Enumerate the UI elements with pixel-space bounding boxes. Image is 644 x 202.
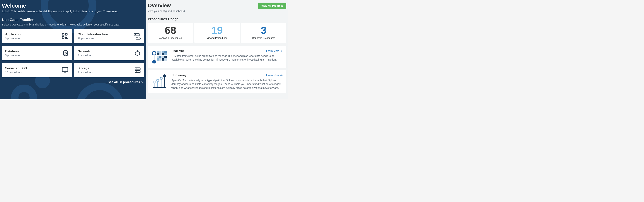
svg-rect-26 xyxy=(164,50,167,53)
svg-rect-30 xyxy=(164,53,167,56)
overview-panel: Overview View My Progress View your conf… xyxy=(146,0,288,99)
card-network[interactable]: Network 8 procedures xyxy=(74,46,144,60)
use-case-families-title: Use Case Families xyxy=(2,18,144,22)
svg-rect-32 xyxy=(159,56,162,58)
card-procedures: 8 procedures xyxy=(78,54,93,57)
card-title: Cloud Infrastructure xyxy=(78,32,108,36)
stat-viewed[interactable]: 19 Viewed Procedures xyxy=(194,23,240,43)
learn-more-label: Learn More xyxy=(266,74,279,77)
stat-label: Viewed Procedures xyxy=(196,36,238,39)
it-journey-icon xyxy=(152,74,167,89)
svg-point-41 xyxy=(152,60,156,63)
welcome-title: Welcome xyxy=(2,2,144,9)
svg-point-22 xyxy=(136,71,136,72)
svg-rect-18 xyxy=(66,70,66,71)
card-procedures: 28 procedures xyxy=(78,37,108,40)
welcome-panel: Welcome Splunk IT Essentials Learn enabl… xyxy=(0,0,146,99)
card-title: Database xyxy=(5,50,20,53)
card-database[interactable]: Database 5 procedures xyxy=(2,46,72,60)
storage-icon xyxy=(134,67,141,73)
card-application[interactable]: Application 3 procedures xyxy=(2,29,72,44)
svg-rect-16 xyxy=(64,69,64,71)
heat-map-card[interactable]: Heat Map Learn More IT Matrix framework … xyxy=(148,46,286,68)
svg-rect-34 xyxy=(164,56,167,58)
svg-rect-3 xyxy=(66,36,66,39)
svg-point-44 xyxy=(153,81,156,83)
svg-rect-35 xyxy=(157,58,159,60)
cloud-icon xyxy=(134,33,141,40)
svg-rect-0 xyxy=(62,34,64,35)
svg-rect-27 xyxy=(157,53,159,56)
app-root: Welcome Splunk IT Essentials Learn enabl… xyxy=(0,0,288,99)
svg-rect-17 xyxy=(65,69,65,71)
heat-map-learn-more-link[interactable]: Learn More xyxy=(266,50,283,52)
overview-subtitle: View your configured dashboard. xyxy=(148,10,286,12)
svg-rect-25 xyxy=(162,50,164,53)
decorative-circle xyxy=(11,84,37,99)
svg-rect-31 xyxy=(157,56,159,58)
card-cloud-infrastructure[interactable]: Cloud Infrastructure 28 procedures xyxy=(74,29,144,44)
svg-point-46 xyxy=(157,79,159,82)
welcome-subtitle: Splunk IT Essentials Learn enables visib… xyxy=(2,10,144,13)
chevron-right-icon xyxy=(141,81,143,84)
svg-rect-24 xyxy=(159,50,162,53)
svg-point-21 xyxy=(136,68,136,69)
svg-rect-33 xyxy=(162,56,164,58)
stat-value: 68 xyxy=(150,25,192,36)
svg-rect-2 xyxy=(62,36,64,38)
svg-point-50 xyxy=(163,75,166,77)
stat-value: 19 xyxy=(196,25,238,36)
svg-rect-5 xyxy=(67,38,68,39)
decorative-circle xyxy=(76,83,124,99)
svg-rect-23 xyxy=(157,50,159,53)
arrow-right-icon xyxy=(280,74,283,76)
card-title: Server and OS xyxy=(5,66,27,70)
svg-point-39 xyxy=(152,51,156,55)
learn-more-label: Learn More xyxy=(266,50,279,52)
stat-deployed[interactable]: 3 Deployed Procedures xyxy=(241,23,286,43)
it-journey-learn-more-link[interactable]: Learn More xyxy=(266,74,283,77)
svg-rect-37 xyxy=(162,58,164,60)
heat-map-title: Heat Map xyxy=(172,49,184,52)
svg-point-11 xyxy=(135,54,136,55)
it-journey-card[interactable]: IT Journey Learn More Splunk's IT expert… xyxy=(148,70,286,93)
card-storage[interactable]: Storage 4 procedures xyxy=(74,63,144,77)
stat-label: Deployed Procedures xyxy=(243,36,284,39)
svg-point-48 xyxy=(160,77,162,79)
it-journey-description: Splunk's IT experts analyzed a typical p… xyxy=(172,78,283,90)
svg-rect-29 xyxy=(162,53,164,56)
stats-row: 68 Available Procedures 19 Viewed Proced… xyxy=(148,23,286,43)
card-procedures: 3 procedures xyxy=(5,37,22,40)
it-journey-title: IT Journey xyxy=(172,74,186,77)
network-icon xyxy=(134,50,141,56)
overview-title: Overview xyxy=(148,2,171,8)
svg-point-12 xyxy=(139,54,140,55)
svg-rect-28 xyxy=(159,53,162,56)
monitor-icon xyxy=(62,67,68,73)
svg-rect-38 xyxy=(164,58,167,60)
card-server-os[interactable]: Server and OS 20 procedures xyxy=(2,63,72,77)
card-title: Storage xyxy=(78,66,93,70)
heat-map-icon xyxy=(152,49,167,64)
card-procedures: 20 procedures xyxy=(5,71,27,74)
see-all-label: See all 68 procedures xyxy=(108,80,140,84)
stat-available[interactable]: 68 Available Procedures xyxy=(148,23,193,43)
application-icon xyxy=(62,33,68,40)
svg-point-10 xyxy=(137,50,138,52)
svg-point-8 xyxy=(64,50,68,52)
see-all-procedures-link[interactable]: See all 68 procedures xyxy=(2,80,144,84)
heat-map-description: IT Matrix framework helps organizations … xyxy=(172,54,283,62)
card-title: Application xyxy=(5,32,22,36)
use-case-families-subtitle: Select a Use Case Family and follow a Pr… xyxy=(2,23,144,26)
database-icon xyxy=(63,50,68,56)
svg-rect-4 xyxy=(66,37,67,39)
view-my-progress-button[interactable]: View My Progress xyxy=(258,2,286,9)
arrow-right-icon xyxy=(280,50,283,52)
card-title: Network xyxy=(78,50,93,53)
svg-rect-1 xyxy=(66,34,67,35)
procedures-usage-title: Procedures Usage xyxy=(148,17,286,21)
use-case-cards: Application 3 procedures Cloud Infrastru… xyxy=(2,29,144,77)
stat-label: Available Procedures xyxy=(150,36,192,39)
stat-value: 3 xyxy=(243,25,284,36)
card-procedures: 4 procedures xyxy=(78,71,93,74)
